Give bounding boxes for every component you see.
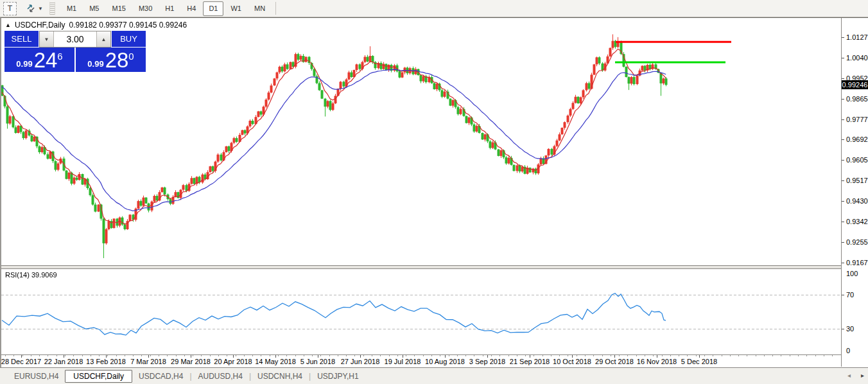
price-tick [842, 180, 844, 181]
sell-quote[interactable]: 0.99 24 6 [4, 48, 74, 72]
chart-tab-audusd[interactable]: AUDUSD,H4 [192, 370, 249, 383]
chart-tab-usdchf[interactable]: USDCHF,Daily [65, 370, 132, 383]
date-minor-tick [107, 355, 108, 356]
price-tick [842, 242, 844, 243]
dropdown-caret-icon[interactable]: ▼ [38, 6, 43, 12]
timeframe-button-h1[interactable]: H1 [159, 1, 180, 16]
date-minor-tick [56, 355, 57, 356]
date-label: 10 Oct 2018 [553, 358, 591, 365]
volume-decrease-button[interactable]: ▼ [40, 31, 54, 47]
date-minor-tick [611, 355, 611, 356]
buy-button[interactable]: BUY [112, 31, 146, 48]
date-minor-tick [99, 355, 100, 356]
chart-symbol-period: USDCHF,Daily [15, 21, 65, 30]
buy-price-main: 28 [105, 51, 129, 70]
sell-button[interactable]: SELL [4, 31, 39, 48]
rsi-chart-canvas[interactable] [1, 269, 841, 354]
date-minor-tick [210, 355, 211, 356]
date-minor-tick [150, 355, 151, 356]
date-minor-tick [738, 355, 739, 356]
date-minor-tick [440, 355, 440, 356]
date-label: 5 Jun 2018 [300, 358, 335, 365]
timeframe-button-w1[interactable]: W1 [225, 1, 247, 16]
collapse-panel-icon[interactable]: ▲ [5, 22, 11, 28]
date-minor-tick [423, 355, 424, 356]
chart-tab-usdcnh[interactable]: USDCNH,H4 [251, 370, 309, 383]
chart-tab-eurusd[interactable]: EURUSD,H4 [8, 370, 65, 383]
date-minor-tick [602, 355, 603, 356]
date-minor-tick [551, 355, 551, 356]
buy-quote[interactable]: 0.99 28 0 [76, 48, 146, 72]
volume-stepper: ▼ 3.00 ▲ [39, 31, 111, 48]
price-axis-label: 0.91675 [846, 259, 868, 266]
timeframe-button-m1[interactable]: M1 [61, 1, 82, 16]
price-tick [842, 99, 844, 100]
date-minor-tick [252, 355, 253, 356]
price-tick [842, 160, 844, 161]
date-minor-tick [406, 355, 406, 356]
date-minor-tick [517, 355, 517, 356]
date-minor-tick [141, 355, 142, 356]
date-minor-tick [329, 355, 330, 356]
panel-splitter[interactable] [1, 265, 841, 269]
toolbar-grip[interactable] [49, 2, 55, 15]
date-label: 29 Mar 2018 [171, 358, 211, 365]
date-minor-tick [764, 355, 765, 356]
chart-tab-bar: EURUSD,H4USDCHF,DailyUSDCAD,H4|AUDUSD,H4… [0, 367, 868, 384]
date-minor-tick [756, 355, 756, 356]
date-minor-tick [815, 355, 816, 356]
date-minor-tick [679, 355, 679, 356]
date-minor-tick [397, 355, 398, 356]
date-label: 14 May 2018 [255, 358, 296, 365]
date-minor-tick [525, 355, 526, 356]
date-minor-tick [13, 355, 14, 356]
timeframe-button-mn[interactable]: MN [248, 1, 271, 16]
price-axis-label: 0.92550 [846, 238, 868, 246]
price-axis-label: 0.96925 [846, 135, 868, 143]
date-minor-tick [619, 355, 620, 356]
date-minor-tick [508, 355, 509, 356]
sell-price-prefix: 0.99 [16, 60, 32, 70]
date-minor-tick [431, 355, 432, 356]
date-minor-tick [270, 355, 270, 356]
cursor-arrows-icon[interactable] [24, 3, 37, 15]
date-minor-tick [39, 355, 40, 356]
date-label: 3 Sep 2018 [469, 358, 505, 365]
date-minor-tick [338, 355, 338, 356]
date-minor-tick [568, 355, 568, 356]
top-toolbar: T ▼ M1M5M15M30H1H4D1W1MN [0, 0, 868, 17]
toolbar-separator [275, 2, 276, 15]
tabs-scroll-left-icon[interactable]: ◂ [847, 372, 851, 379]
timeframe-button-m5[interactable]: M5 [83, 1, 105, 16]
rsi-axis-label: 0 [846, 347, 850, 354]
date-minor-tick [491, 355, 492, 356]
chart-tab-usdjpy[interactable]: USDJPY,H1 [311, 370, 365, 383]
text-tool-icon[interactable]: T [3, 2, 17, 15]
chart-tab-usdcad[interactable]: USDCAD,H4 [132, 370, 189, 383]
date-minor-tick [320, 355, 321, 356]
tabs-scroll-right-icon[interactable]: ▸ [861, 372, 864, 379]
price-axis-label: 0.97775 [846, 116, 868, 123]
date-minor-tick [542, 355, 543, 356]
price-tick [842, 58, 844, 58]
timeframe-button-h4[interactable]: H4 [181, 1, 202, 16]
volume-increase-button[interactable]: ▲ [96, 31, 110, 47]
timeframe-button-d1[interactable]: D1 [203, 1, 223, 16]
date-minor-tick [713, 355, 713, 356]
timeframe-button-m15[interactable]: M15 [106, 1, 131, 16]
buy-price-prefix: 0.99 [87, 60, 103, 70]
rsi-axis: 10070300 [842, 269, 868, 354]
volume-input[interactable]: 3.00 [54, 31, 96, 47]
sell-price-pip: 6 [57, 51, 62, 70]
date-minor-tick [184, 355, 185, 356]
chart-title: ▲ USDCHF,Daily 0.99182 0.99377 0.99145 0… [5, 21, 187, 30]
timeframe-button-m30[interactable]: M30 [133, 1, 158, 16]
date-minor-tick [474, 355, 474, 356]
date-label: 29 Oct 2018 [595, 358, 634, 365]
one-click-trading-panel: SELL ▼ 3.00 ▲ BUY 0.99 24 6 0.99 28 0 [4, 31, 146, 72]
date-minor-tick [704, 355, 705, 356]
price-axis: 1.012751.004000.995250.986500.977750.969… [842, 18, 868, 265]
date-label: 22 Jan 2018 [44, 358, 83, 365]
date-minor-tick [176, 355, 177, 356]
date-minor-tick [449, 355, 449, 356]
